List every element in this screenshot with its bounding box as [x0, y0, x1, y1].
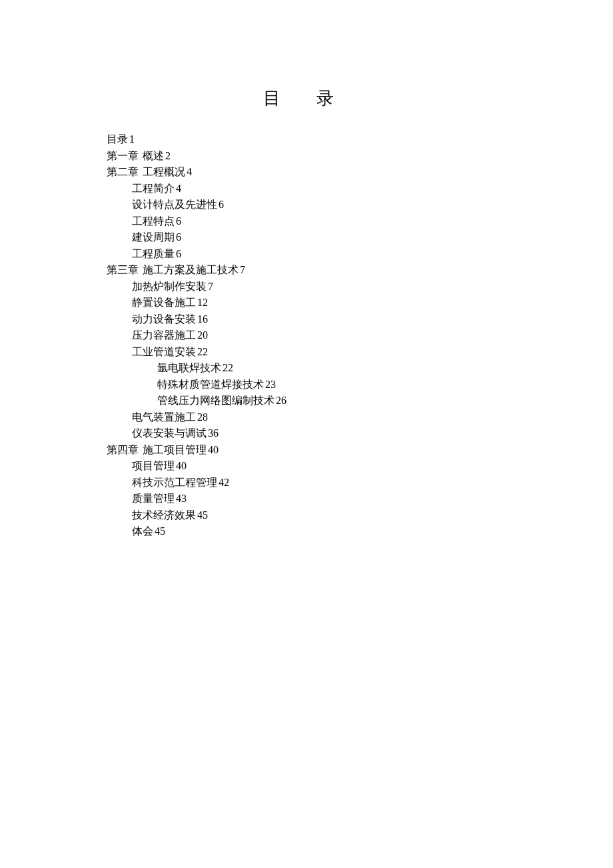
- toc-entry-text: 体会: [132, 525, 153, 537]
- toc-entry: 质量管理43: [132, 491, 613, 507]
- toc-entry: 工程质量6: [132, 246, 613, 263]
- toc-entry: 第二章工程概况4: [107, 164, 613, 181]
- toc-entry-page: 40: [208, 444, 219, 455]
- toc-entry-text: 管线压力网络图编制技术: [157, 395, 275, 406]
- toc-entry-page: 22: [223, 362, 233, 373]
- toc-entry-page: 4: [187, 166, 192, 177]
- toc-entry-text: 建设周期: [132, 231, 175, 243]
- toc-entry: 工程简介4: [132, 181, 613, 197]
- toc-entry-text: 仪表安装与调试: [132, 427, 207, 439]
- toc-entry-text: 科技示范工程管理: [132, 477, 217, 488]
- toc-entry: 建设周期6: [132, 229, 613, 246]
- toc-entry-page: 26: [276, 395, 287, 406]
- toc-entry-text: 施工方案及施工技术: [143, 264, 239, 275]
- toc-entry: 技术经济效果45: [132, 507, 613, 524]
- toc-entry: 科技示范工程管理42: [132, 475, 613, 491]
- toc-entry-page: 6: [176, 231, 181, 243]
- toc-entry-page: 12: [197, 297, 208, 308]
- toc-entry: 体会45: [132, 523, 613, 540]
- toc-entry-page: 2: [165, 150, 171, 161]
- toc-entry-page: 23: [265, 379, 276, 390]
- toc-entry: 第三章施工方案及施工技术7: [107, 262, 613, 279]
- toc-entry-page: 7: [208, 281, 213, 292]
- toc-entry-page: 6: [176, 215, 181, 227]
- toc-entry-page: 40: [176, 460, 187, 471]
- toc-entry: 动力设备安装16: [132, 311, 613, 328]
- toc-entry-text: 工程质量: [132, 248, 175, 259]
- toc-entry: 静置设备施工12: [132, 295, 613, 311]
- toc-entry-page: 43: [176, 493, 187, 504]
- toc-entry: 压力容器施工20: [132, 327, 613, 344]
- toc-entry-text: 压力容器施工: [132, 329, 196, 341]
- toc-entry: 仪表安装与调试36: [132, 425, 613, 442]
- toc-entry: 特殊材质管道焊接技术23: [157, 377, 613, 393]
- toc-entry-page: 36: [208, 427, 219, 439]
- toc-entry-page: 45: [155, 525, 165, 537]
- toc-entry-text: 质量管理: [132, 493, 175, 504]
- toc-entry-text: 特殊材质管道焊接技术: [157, 379, 264, 390]
- toc-chapter-label: 第一章: [107, 150, 139, 161]
- toc-entry-text: 静置设备施工: [132, 297, 196, 308]
- toc-entry-page: 4: [176, 183, 181, 194]
- toc-entry: 管线压力网络图编制技术26: [157, 393, 613, 409]
- toc-entry-text: 动力设备安装: [132, 313, 196, 325]
- toc-entry-page: 45: [197, 509, 208, 521]
- toc-entry: 第四章施工项目管理40: [107, 442, 613, 459]
- toc-entry-text: 工业管道安装: [132, 346, 196, 357]
- toc-chapter-label: 第四章: [107, 444, 139, 455]
- toc-list: 目录1第一章概述2第二章工程概况4工程简介4设计特点及先进性6工程特点6建设周期…: [107, 131, 613, 540]
- toc-entry-text: 施工项目管理: [143, 444, 207, 455]
- toc-entry-text: 设计特点及先进性: [132, 199, 217, 210]
- toc-chapter-label: 第三章: [107, 264, 139, 275]
- toc-entry-page: 42: [219, 477, 229, 488]
- toc-entry: 加热炉制作安装7: [132, 279, 613, 295]
- toc-entry-page: 7: [240, 264, 245, 275]
- toc-entry-page: 16: [197, 313, 208, 325]
- toc-entry: 设计特点及先进性6: [132, 197, 613, 213]
- toc-entry-text: 氩电联焊技术: [157, 362, 221, 373]
- toc-entry-text: 加热炉制作安装: [132, 281, 207, 292]
- toc-entry-text: 电气装置施工: [132, 411, 196, 423]
- toc-entry-page: 22: [197, 346, 208, 357]
- toc-entry: 电气装置施工28: [132, 409, 613, 426]
- toc-entry-text: 技术经济效果: [132, 509, 196, 521]
- toc-entry: 氩电联焊技术22: [157, 360, 613, 377]
- toc-entry: 工业管道安装22: [132, 344, 613, 361]
- toc-chapter-label: 第二章: [107, 166, 139, 177]
- toc-entry-text: 工程简介: [132, 183, 175, 194]
- toc-entry-text: 工程概况: [143, 166, 185, 177]
- toc-entry: 第一章概述2: [107, 148, 613, 165]
- toc-entry-page: 20: [197, 329, 208, 341]
- toc-entry-text: 项目管理: [132, 460, 175, 471]
- toc-entry: 项目管理40: [132, 458, 613, 475]
- toc-entry-page: 1: [129, 133, 135, 145]
- toc-entry-page: 6: [176, 248, 181, 259]
- toc-entry: 目录1: [107, 131, 613, 148]
- toc-title: 目 录: [107, 87, 506, 110]
- toc-entry-text: 工程特点: [132, 215, 175, 227]
- toc-entry-text: 目录: [107, 133, 128, 145]
- toc-entry: 工程特点6: [132, 213, 613, 230]
- toc-entry-text: 概述: [143, 150, 164, 161]
- toc-entry-page: 28: [197, 411, 208, 423]
- toc-entry-page: 6: [219, 199, 224, 210]
